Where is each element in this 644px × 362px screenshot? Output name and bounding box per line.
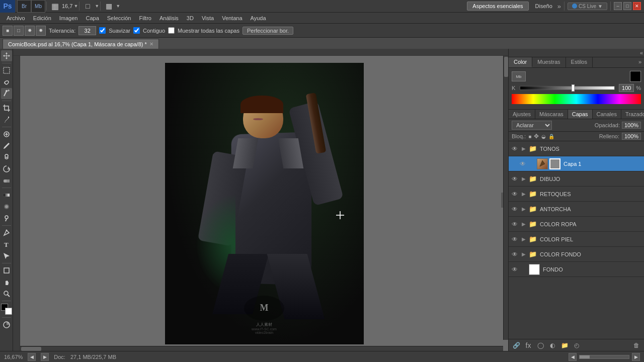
menu-imagen[interactable]: Imagen bbox=[55, 14, 82, 22]
layer-expand-color-piel[interactable]: ▶ bbox=[520, 236, 527, 243]
timeline-btn-right[interactable]: ▶ bbox=[632, 353, 640, 361]
text-tool[interactable]: T bbox=[1, 239, 12, 250]
layer-eye-capa1[interactable]: 👁 bbox=[519, 160, 527, 168]
lasso-tool[interactable] bbox=[1, 76, 12, 87]
path-select-tool[interactable] bbox=[1, 250, 12, 261]
menu-ayuda[interactable]: Ayuda bbox=[247, 14, 270, 22]
history-brush-tool[interactable] bbox=[1, 163, 12, 174]
panel-collapse-btn[interactable]: « bbox=[640, 50, 643, 56]
tab-close-btn[interactable]: ✕ bbox=[149, 41, 153, 47]
eraser-tool[interactable] bbox=[1, 175, 12, 186]
tolerance-input[interactable] bbox=[78, 26, 96, 35]
layer-eye-color-fondo[interactable]: 👁 bbox=[511, 250, 519, 258]
color-swatches[interactable] bbox=[1, 304, 12, 315]
tab-ajustes[interactable]: Ajustes bbox=[509, 110, 535, 119]
layer-color-piel[interactable]: 👁 ▶ 📁 COLOR PIEL bbox=[509, 232, 644, 247]
contiguous-check[interactable] bbox=[133, 27, 140, 34]
healing-tool[interactable] bbox=[1, 129, 12, 140]
zoom-tool[interactable] bbox=[1, 288, 12, 299]
layer-expand-tonos[interactable]: ▶ bbox=[520, 145, 527, 152]
layer-expand-color-fondo[interactable]: ▶ bbox=[520, 251, 527, 258]
add-style-btn[interactable]: fx bbox=[524, 341, 533, 350]
tab-mascaras[interactable]: Máscaras bbox=[535, 110, 568, 119]
lock-position-btn[interactable]: ✥ bbox=[534, 133, 539, 140]
menu-filtro[interactable]: Filtro bbox=[135, 14, 155, 22]
layer-color-ropa[interactable]: 👁 ▶ 📁 COLOR ROPA bbox=[509, 217, 644, 232]
lock-image-btn[interactable]: ◒ bbox=[541, 134, 546, 139]
tab-canales[interactable]: Canales bbox=[593, 110, 621, 119]
arrange-arrow[interactable]: ▼ bbox=[116, 4, 120, 9]
lock-all-btn[interactable]: 🔒 bbox=[548, 134, 554, 139]
blend-mode-select[interactable]: Aclarar Normal Multiplicar Pantalla bbox=[512, 121, 552, 130]
layer-expand-antorcha[interactable]: ▶ bbox=[520, 206, 527, 213]
layer-expand-retoques[interactable]: ▶ bbox=[520, 191, 527, 198]
new-group-btn[interactable]: 📁 bbox=[560, 341, 569, 350]
layer-eye-retoques[interactable]: 👁 bbox=[511, 190, 519, 198]
status-nav-right[interactable]: ▶ bbox=[41, 353, 49, 361]
magic-wand-tool[interactable] bbox=[1, 88, 12, 99]
layer-eye-color-ropa[interactable]: 👁 bbox=[511, 220, 519, 228]
opacity-input[interactable] bbox=[622, 122, 641, 129]
arrange-btn[interactable]: ▦ bbox=[102, 0, 116, 13]
layer-eye-fondo[interactable]: 👁 bbox=[511, 265, 519, 274]
fill-input[interactable] bbox=[622, 133, 641, 140]
expand-icon[interactable]: » bbox=[557, 3, 561, 10]
layer-retoques[interactable]: 👁 ▶ 📁 RETOQUES bbox=[509, 187, 644, 202]
screen-mode-btn[interactable]: □ bbox=[80, 0, 95, 13]
menu-capa[interactable]: Capa bbox=[82, 14, 103, 22]
shape-tool[interactable] bbox=[1, 265, 12, 276]
tab-trazado[interactable]: Trazado bbox=[621, 110, 644, 119]
layer-eye-dibujo[interactable]: 👁 bbox=[511, 175, 519, 183]
new-adjustment-btn[interactable]: ◐ bbox=[548, 341, 557, 350]
smooth-check[interactable] bbox=[99, 27, 106, 34]
menu-vista[interactable]: Vista bbox=[198, 14, 218, 22]
mb-icon[interactable]: Mb bbox=[512, 71, 526, 81]
bridge-btn[interactable]: Br bbox=[17, 0, 31, 13]
minimize-btn[interactable]: – bbox=[614, 2, 622, 10]
move-tool[interactable] bbox=[1, 50, 12, 61]
hand-tool[interactable] bbox=[1, 277, 12, 288]
k-slider[interactable] bbox=[520, 86, 615, 90]
brush-tool[interactable] bbox=[1, 140, 12, 151]
add-mask-btn[interactable]: ◯ bbox=[536, 341, 545, 350]
menu-analisis[interactable]: Análisis bbox=[155, 14, 183, 22]
menu-ventana[interactable]: Ventana bbox=[218, 14, 246, 22]
panel-menu-btn[interactable]: » bbox=[636, 57, 644, 67]
layer-expand-color-ropa[interactable]: ▶ bbox=[520, 221, 527, 228]
layer-antorcha[interactable]: 👁 ▶ 📁 ANTORCHA bbox=[509, 202, 644, 217]
blur-tool[interactable] bbox=[1, 201, 12, 212]
workspace-btn[interactable]: Aspectos esenciales bbox=[467, 2, 528, 11]
gradient-tool[interactable] bbox=[1, 190, 12, 201]
tab-color[interactable]: Color bbox=[509, 57, 532, 67]
tab-muestras[interactable]: Muestras bbox=[532, 57, 566, 67]
mini-btn[interactable]: Mb bbox=[31, 0, 45, 13]
timeline-btn[interactable]: ◀ bbox=[569, 353, 577, 361]
fg-color-swatch[interactable] bbox=[630, 71, 641, 82]
lock-pixels-btn[interactable]: ■ bbox=[528, 134, 531, 139]
timeline-slider[interactable] bbox=[579, 355, 629, 359]
pen-tool[interactable] bbox=[1, 227, 12, 238]
tab-estilos[interactable]: Estilos bbox=[566, 57, 593, 67]
selection-mode-btns[interactable]: ■ □ ✹ ✸ bbox=[3, 26, 46, 36]
menu-edicion[interactable]: Edición bbox=[29, 14, 55, 22]
dodge-tool[interactable] bbox=[1, 213, 12, 224]
view-arrow[interactable]: ▼ bbox=[73, 4, 78, 9]
cs-live-btn[interactable]: CS Live ▼ bbox=[568, 3, 607, 10]
screen-mode-arrow[interactable]: ▼ bbox=[95, 4, 99, 9]
menu-archivo[interactable]: Archivo bbox=[3, 14, 29, 22]
layer-tonos[interactable]: 👁 ▶ 📁 TONOS bbox=[509, 141, 644, 156]
canvas-image[interactable]: M 人人素材 www.IT-SC.com video2brain bbox=[165, 63, 364, 344]
status-nav-left[interactable]: ◀ bbox=[28, 353, 36, 361]
layer-eye-tonos[interactable]: 👁 bbox=[511, 145, 519, 153]
menu-3d[interactable]: 3D bbox=[183, 14, 198, 22]
layer-eye-color-piel[interactable]: 👁 bbox=[511, 235, 519, 243]
all-layers-check[interactable] bbox=[168, 27, 175, 34]
layer-fondo[interactable]: 👁 FONDO bbox=[509, 262, 644, 277]
delete-layer-btn[interactable]: 🗑 bbox=[632, 341, 641, 350]
eyedropper-tool[interactable] bbox=[1, 114, 12, 125]
link-layers-btn[interactable]: 🔗 bbox=[512, 341, 521, 350]
layer-capa1[interactable]: 👁 Capa 1 bbox=[509, 156, 644, 171]
new-layer-btn[interactable]: ◴ bbox=[572, 341, 581, 350]
close-btn[interactable]: ✕ bbox=[633, 2, 641, 10]
menu-seleccion[interactable]: Selección bbox=[103, 14, 135, 22]
